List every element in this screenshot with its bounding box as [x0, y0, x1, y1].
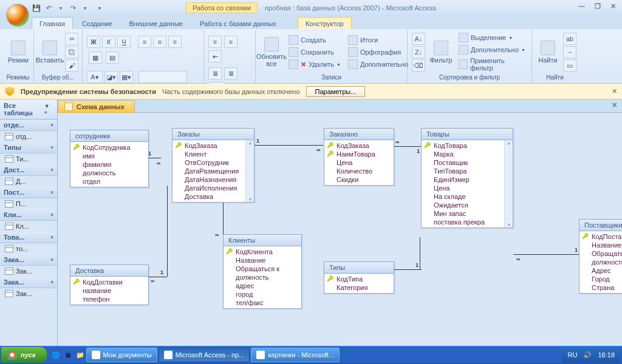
entity-employees[interactable]: сотрудники КодСотрудникаимяфамилиядолжно… [70, 130, 149, 187]
scrollbar[interactable] [504, 140, 513, 228]
entity-field[interactable]: Поставщик [424, 158, 503, 167]
close-button[interactable]: ✕ [608, 2, 618, 10]
entity-field[interactable]: поставка прекра [424, 218, 503, 226]
toggle-filter-button[interactable]: Применить фильтр [456, 56, 528, 72]
entity-field[interactable]: Страна [582, 283, 622, 292]
entity-field[interactable]: Обращаться к [582, 249, 622, 258]
entity-field[interactable]: Обращаться к [226, 265, 299, 273]
refresh-button[interactable]: Обновить все [259, 36, 284, 69]
nav-table-item[interactable]: П... [0, 198, 57, 209]
font-combo[interactable] [138, 71, 187, 83]
nav-collapse-icon[interactable]: ▼ « [44, 103, 53, 115]
nav-group-header[interactable]: отде... [0, 120, 57, 131]
rtf-btn3[interactable]: ⇤ [208, 50, 222, 62]
nav-group-header[interactable]: Типы [0, 142, 57, 153]
entity-field[interactable]: Город [582, 275, 622, 283]
spelling-button[interactable]: Орфография [346, 47, 417, 58]
replace-icon[interactable]: ab [563, 33, 576, 45]
nav-table-item[interactable]: Ти... [0, 153, 57, 164]
taskbar-item[interactable]: Microsoft Access - пр... [159, 348, 250, 362]
entity-clients[interactable]: Клиенты КодКлиентаНазваниеОбращаться кдо… [223, 234, 302, 309]
entity-field[interactable]: Доставка [175, 192, 244, 201]
entity-field[interactable]: Адрес [582, 266, 622, 275]
entity-field[interactable]: Клиент [175, 150, 244, 158]
totals-button[interactable]: Итоги [346, 35, 417, 46]
nav-group-header[interactable]: Това... [0, 232, 57, 243]
entity-field[interactable]: фамилия [73, 160, 146, 169]
security-options-button[interactable]: Параметры... [306, 86, 366, 97]
taskbar-item[interactable]: картинки - Microsoft... [251, 348, 340, 362]
ie-icon[interactable]: 🌐 [50, 349, 61, 361]
desktop-icon[interactable]: 🖥 [63, 349, 73, 361]
schema-tab[interactable]: Схема данных [58, 100, 135, 112]
select-icon[interactable]: ▭ [563, 59, 576, 72]
entity-field[interactable]: КодКлиента [226, 248, 299, 256]
explorer-icon[interactable]: 📁 [75, 349, 86, 361]
align-right-icon[interactable]: ≡ [168, 36, 182, 48]
undo-dropdown-icon[interactable]: ▼ [56, 3, 66, 13]
entity-field[interactable]: КодТовара [424, 141, 503, 150]
undo-icon[interactable]: ↶ [44, 3, 53, 13]
goto-icon[interactable]: → [563, 46, 576, 58]
entity-field[interactable]: Название [226, 256, 299, 265]
align-left-icon[interactable]: ≡ [138, 36, 151, 48]
entity-delivery[interactable]: Доставка КодДоставкиназваниетелефон [70, 265, 149, 305]
entity-ordered[interactable]: Заказано КодЗаказаНаимТовараЦенаКоличест… [324, 128, 394, 186]
entity-field[interactable]: город [226, 290, 299, 298]
save-record-button[interactable]: Сохранить [286, 47, 343, 58]
start-button[interactable]: пуск [1, 347, 47, 363]
entity-field[interactable]: ДатаИсполнения [175, 184, 244, 192]
entity-types[interactable]: Типы КодТипаКатегория [324, 261, 394, 294]
entity-field[interactable]: Категория [327, 283, 391, 292]
filter-button[interactable]: Фильтр [428, 39, 454, 65]
restore-button[interactable]: ❐ [592, 2, 603, 10]
entity-products[interactable]: Товары КодТовараМаркаПоставщикТипТовараЕ… [421, 128, 513, 228]
nav-table-item[interactable]: Зак... [0, 288, 57, 299]
view-mode-button[interactable]: Режим [6, 39, 30, 65]
entity-field[interactable]: ЕдинИзмер [424, 175, 503, 184]
sort-desc-icon[interactable]: Z↓ [412, 46, 425, 58]
entity-field[interactable]: КодСотрудника [73, 143, 146, 152]
entity-field[interactable]: тел/факс [226, 298, 299, 307]
qat-customize-icon[interactable]: ▼ [95, 3, 104, 13]
fill-color-icon[interactable]: ◪▾ [104, 71, 118, 83]
minimize-button[interactable]: — [576, 2, 587, 10]
entity-field[interactable]: ДатаНазначения [175, 175, 244, 184]
nav-table-item[interactable]: Кл... [0, 221, 57, 232]
cut-icon[interactable]: ✂ [65, 33, 78, 45]
border-icon[interactable]: ▦▾ [120, 71, 133, 83]
scrollbar[interactable] [245, 140, 254, 202]
save-icon[interactable]: 💾 [32, 3, 41, 13]
entity-field[interactable]: должность [226, 273, 299, 281]
gridlines-icon[interactable]: ▦ [89, 52, 102, 64]
office-button[interactable] [6, 4, 29, 27]
entity-field[interactable]: Мин запас [424, 209, 503, 218]
document-close-button[interactable]: ✕ [609, 101, 620, 109]
entity-field[interactable]: КодПоставщика [582, 232, 622, 241]
sort-asc-icon[interactable]: A↓ [412, 33, 425, 45]
entity-suppliers[interactable]: Поставщики КодПоставщикаНазваниеОбращать… [579, 219, 622, 294]
language-indicator[interactable]: RU [568, 351, 578, 359]
tab-external[interactable]: Внешние данные [121, 17, 191, 29]
entity-field[interactable]: КодТипа [327, 275, 391, 283]
entity-field[interactable]: должность [582, 258, 622, 266]
selection-button[interactable]: Выделение▼ [456, 32, 528, 43]
entity-field[interactable]: ОтвСотрудник [175, 158, 244, 167]
advanced-filter-button[interactable]: Дополнительно▼ [456, 44, 528, 55]
entity-field[interactable]: Марка [424, 150, 503, 158]
entity-field[interactable]: КодЗаказа [175, 141, 244, 150]
nav-table-item[interactable]: Зак... [0, 266, 57, 277]
rtf-btn1[interactable]: ≡ [208, 36, 222, 48]
nav-group-header[interactable]: Зака... [0, 254, 57, 266]
redo-icon[interactable]: ↷ [68, 3, 78, 13]
nav-table-item[interactable]: то... [0, 243, 57, 254]
tab-designer[interactable]: Конструктор [298, 17, 352, 29]
align-center-icon[interactable]: ≡ [153, 36, 166, 48]
alt-row-icon[interactable]: ▤ [106, 52, 119, 64]
entity-field[interactable]: телефон [73, 295, 146, 303]
entity-field[interactable]: отдел [73, 177, 146, 186]
taskbar-item[interactable]: Мои документы [86, 348, 157, 362]
rtf-btn4[interactable]: ≣ [208, 67, 222, 79]
more-button[interactable]: Дополнительно▼ [346, 59, 417, 70]
entity-field[interactable]: Цена [424, 184, 503, 192]
